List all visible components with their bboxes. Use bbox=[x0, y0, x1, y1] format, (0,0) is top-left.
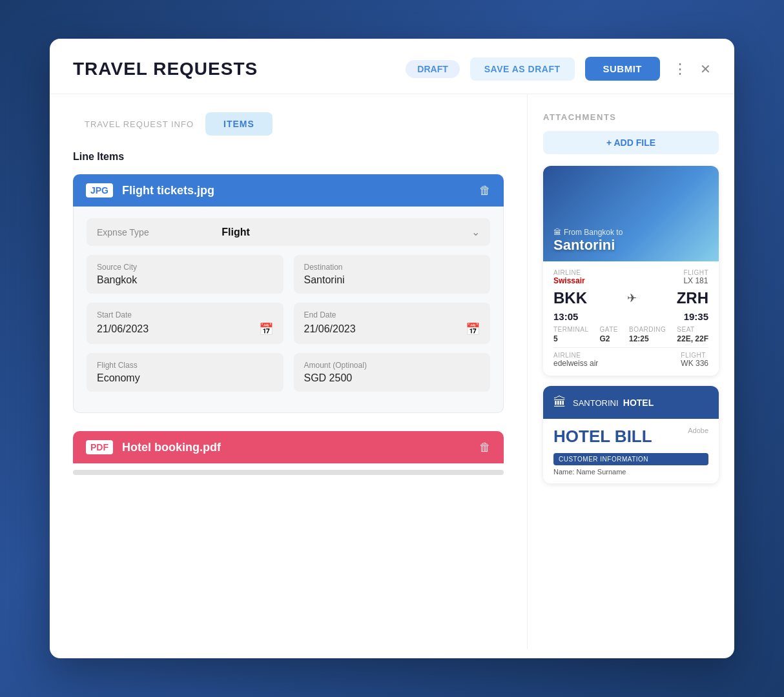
ticket-image: 🏛 From Bangkok to Santorini bbox=[543, 166, 719, 261]
customer-name-line: Name: Name Surname bbox=[553, 468, 708, 476]
amount-value: SGD 2500 bbox=[304, 372, 480, 384]
destination-group: Destination Santorini bbox=[294, 255, 491, 294]
plane-icon: ✈ bbox=[627, 291, 637, 305]
end-date-label: End Date bbox=[304, 310, 480, 319]
start-date-group: Start Date 21/06/2023 📅 bbox=[87, 303, 284, 344]
jpg-badge: JPG bbox=[86, 183, 113, 197]
pdf-scrollbar[interactable] bbox=[73, 470, 504, 475]
hotel-bill-title: HOTEL BILL bbox=[553, 427, 652, 447]
to-code: ZRH bbox=[677, 289, 708, 307]
adobe-label: Adobe bbox=[688, 427, 708, 434]
start-date-value: 21/06/2023 bbox=[97, 323, 149, 335]
tab-row: TRAVEL REQUEST INFO ITEMS bbox=[73, 112, 504, 136]
end-date-calendar-icon[interactable]: 📅 bbox=[466, 322, 480, 336]
depart-time: 13:05 bbox=[553, 311, 578, 322]
jpg-filename: Flight tickets.jpg bbox=[122, 184, 470, 197]
draft-badge: DRAFT bbox=[406, 60, 459, 78]
page-title: TRAVEL REQUESTS bbox=[73, 59, 395, 79]
main-content: TRAVEL REQUEST INFO ITEMS Line Items JPG… bbox=[50, 94, 528, 649]
amount-label: Amount (Optinoal) bbox=[304, 361, 480, 370]
pdf-file-header: PDF Hotel booking.pdf 🗑 bbox=[73, 431, 504, 463]
tab-travel-request-info[interactable]: TRAVEL REQUEST INFO bbox=[73, 113, 205, 136]
expense-type-label: Expnse Type bbox=[97, 227, 222, 237]
ticket-details: AIRLINE Swissair FLIGHT LX 181 BKK ✈ ZRH bbox=[543, 261, 719, 376]
start-date-calendar-icon[interactable]: 📅 bbox=[259, 322, 273, 336]
line-items-title: Line Items bbox=[73, 151, 504, 163]
flight-label: FLIGHT bbox=[683, 269, 708, 276]
source-city-value: Bangkok bbox=[97, 274, 273, 286]
modal-header: TRAVEL REQUESTS DRAFT SAVE AS DRAFT SUBM… bbox=[50, 39, 734, 94]
source-destination-row: Source City Bangkok Destination Santorin… bbox=[87, 255, 490, 294]
terminal-label: TERMINAL bbox=[553, 326, 589, 333]
jpg-file-card: JPG Flight tickets.jpg 🗑 Expnse Type Fli… bbox=[73, 174, 504, 413]
boarding-value: 12:25 bbox=[629, 334, 666, 343]
pdf-delete-button[interactable]: 🗑 bbox=[479, 441, 491, 454]
ticket-from-label: 🏛 From Bangkok to bbox=[553, 228, 623, 237]
start-date-label: Start Date bbox=[97, 310, 273, 319]
flight-class-group: Flight Class Economy bbox=[87, 353, 284, 392]
source-city-label: Source City bbox=[97, 263, 273, 272]
flight-class-label: Flight Class bbox=[97, 361, 273, 370]
submit-button[interactable]: SUBMIT bbox=[585, 57, 661, 81]
hotel-name-label: SANTORINI HOTEL bbox=[573, 398, 654, 408]
more-options-button[interactable]: ⋮ bbox=[670, 61, 690, 77]
gate-label: GATE bbox=[600, 326, 618, 333]
date-row: Start Date 21/06/2023 📅 End Date 21/06/2… bbox=[87, 303, 490, 344]
hotel-header: 🏛 SANTORINI HOTEL bbox=[543, 386, 719, 419]
jpg-file-content: Expnse Type Flight ⌄ Source City Bangkok… bbox=[73, 207, 504, 413]
pdf-file-card: PDF Hotel booking.pdf 🗑 bbox=[73, 431, 504, 475]
flight2-label: FLIGHT bbox=[681, 352, 708, 359]
hotel-bill-attachment: 🏛 SANTORINI HOTEL HOTEL BILL Adobe CUSTO… bbox=[543, 386, 719, 483]
flight-num: LX 181 bbox=[683, 276, 708, 285]
chevron-down-icon: ⌄ bbox=[471, 226, 480, 238]
amount-group: Amount (Optinoal) SGD 2500 bbox=[294, 353, 491, 392]
gate-value: G2 bbox=[600, 334, 618, 343]
from-code: BKK bbox=[553, 289, 587, 307]
end-date-group: End Date 21/06/2023 📅 bbox=[294, 303, 491, 344]
detail-row: TERMINAL 5 GATE G2 BOARDING 12:25 SEAT bbox=[553, 326, 708, 343]
route-row: BKK ✈ ZRH bbox=[553, 289, 708, 307]
modal-body: TRAVEL REQUEST INFO ITEMS Line Items JPG… bbox=[50, 94, 734, 649]
attachments-sidebar: ATTACHMENTS + ADD FILE 🏛 From Bangkok to… bbox=[528, 94, 734, 649]
boarding-label: BOARDING bbox=[629, 326, 666, 333]
pdf-badge: PDF bbox=[86, 440, 113, 454]
seat-value: 22E, 22F bbox=[677, 334, 708, 343]
save-draft-button[interactable]: SAVE AS DRAFT bbox=[470, 57, 575, 81]
jpg-delete-button[interactable]: 🗑 bbox=[479, 184, 491, 197]
destination-label: Destination bbox=[304, 263, 480, 272]
source-city-group: Source City Bangkok bbox=[87, 255, 284, 294]
travel-requests-modal: TRAVEL REQUESTS DRAFT SAVE AS DRAFT SUBM… bbox=[50, 39, 734, 658]
airline2-name: edelweiss air bbox=[553, 359, 598, 368]
attachments-title: ATTACHMENTS bbox=[543, 112, 719, 122]
airline2-label: AIRLINE bbox=[553, 352, 598, 359]
building-icon: 🏛 bbox=[553, 228, 561, 237]
flight-ticket-attachment: 🏛 From Bangkok to Santorini AIRLINE Swis… bbox=[543, 166, 719, 376]
jpg-file-header: JPG Flight tickets.jpg 🗑 bbox=[73, 174, 504, 207]
add-file-button[interactable]: + ADD FILE bbox=[543, 131, 719, 154]
time-row: 13:05 19:35 bbox=[553, 311, 708, 322]
end-date-value: 21/06/2023 bbox=[304, 323, 356, 335]
expense-type-row: Expnse Type Flight ⌄ bbox=[87, 218, 490, 246]
destination-value: Santorini bbox=[304, 274, 480, 286]
ticket-destination: Santorini bbox=[553, 237, 623, 254]
class-amount-row: Flight Class Economy Amount (Optinoal) S… bbox=[87, 353, 490, 392]
expense-type-value: Flight bbox=[222, 227, 471, 238]
hotel-icon: 🏛 bbox=[553, 395, 566, 410]
customer-info-bar: CUSTOMER INFORMATION bbox=[553, 453, 708, 465]
arrive-time: 19:35 bbox=[684, 311, 708, 322]
airline2-row: AIRLINE edelweiss air FLIGHT WK 336 bbox=[553, 347, 708, 368]
tab-items[interactable]: ITEMS bbox=[205, 112, 273, 136]
seat-label: SEAT bbox=[677, 326, 708, 333]
pdf-filename: Hotel booking.pdf bbox=[122, 441, 470, 454]
terminal-value: 5 bbox=[553, 334, 589, 343]
close-button[interactable]: ✕ bbox=[700, 61, 711, 77]
flight2-num: WK 336 bbox=[681, 359, 708, 368]
airline-name: Swissair bbox=[553, 276, 585, 285]
airline-label: AIRLINE bbox=[553, 269, 585, 276]
hotel-bill-section: HOTEL BILL Adobe CUSTOMER INFORMATION Na… bbox=[543, 419, 719, 483]
flight-class-value: Economy bbox=[97, 372, 273, 384]
